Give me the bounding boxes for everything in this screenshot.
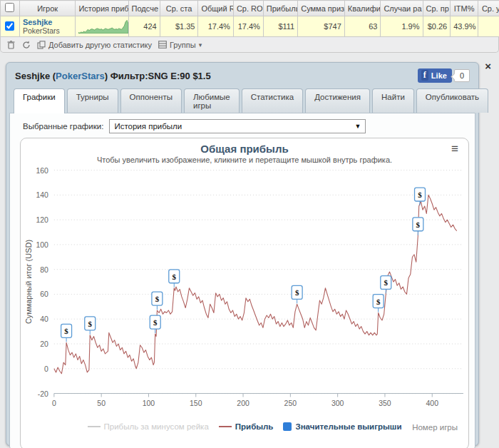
cell-total-winnings: $747 <box>298 16 345 37</box>
svg-text:0: 0 <box>44 365 48 373</box>
col-header-profit-history[interactable]: История приб <box>76 1 128 16</box>
tab-achievements[interactable]: Достижения <box>305 88 370 113</box>
player-stats-table: Игрок История приб Подсче Ср. ста Общий … <box>0 0 499 37</box>
col-header-player[interactable]: Игрок <box>19 1 76 16</box>
legend-item-profit-minus-rake[interactable]: Прибыль за минусом рейка <box>88 422 209 431</box>
svg-text:0: 0 <box>52 399 56 407</box>
tab-statistics[interactable]: Статистика <box>242 88 303 113</box>
tab-publish[interactable]: Опубликовать <box>416 88 488 113</box>
tab-tournaments[interactable]: Турниры <box>67 88 118 113</box>
svg-text:$: $ <box>155 295 160 303</box>
svg-text:60: 60 <box>40 290 48 298</box>
cell-total-roi: 17.4% <box>198 16 233 37</box>
player-panel: × Seshjke (PokerStars) Фильтр:SNG E:90 $… <box>6 62 479 446</box>
x-axis-title: Номер игры <box>412 423 458 432</box>
select-all-checkbox[interactable] <box>5 3 14 12</box>
svg-text:$: $ <box>88 320 93 328</box>
svg-text:$: $ <box>418 190 422 199</box>
svg-text:40: 40 <box>40 315 48 323</box>
tab-find[interactable]: Найти <box>372 88 414 113</box>
groups-button[interactable]: Группы ▾ <box>158 40 202 49</box>
tab-opponents[interactable]: Оппоненты <box>120 88 182 113</box>
add-statistic-label: Добавить другую статистику <box>48 41 152 49</box>
svg-text:$: $ <box>376 297 381 306</box>
cell-profit: $111 <box>263 16 297 37</box>
player-cell: Seshjke PokerStars <box>19 16 76 37</box>
cell-qualified: 63 <box>344 16 381 37</box>
svg-text:350: 350 <box>379 399 391 407</box>
col-header-select <box>1 1 20 16</box>
player-site-label: PokerStars <box>23 26 73 35</box>
svg-text:100: 100 <box>36 241 48 249</box>
svg-text:$: $ <box>64 327 68 335</box>
like-count-badge: 0 <box>454 69 470 82</box>
cell-count: 424 <box>128 16 160 37</box>
tab-bar: Графики Турниры Оппоненты Любимые игры С… <box>6 86 478 113</box>
svg-text:120: 120 <box>36 216 48 224</box>
col-header-count[interactable]: Подсче <box>128 1 160 16</box>
svg-text:160: 160 <box>36 167 48 175</box>
col-header-cases[interactable]: Случаи ра <box>381 1 423 16</box>
col-header-avg-stake[interactable]: Ср. ста <box>160 1 198 16</box>
tab-favorite-games[interactable]: Любимые игры <box>184 88 240 113</box>
col-header-total-roi[interactable]: Общий R <box>198 1 233 16</box>
svg-text:150: 150 <box>190 399 202 407</box>
facebook-like-button[interactable]: f Like <box>418 68 452 83</box>
svg-text:Суммарный итог (USD): Суммарный итог (USD) <box>24 240 33 324</box>
profit-line-chart[interactable]: -200204060801001201401600501001502002503… <box>23 166 466 421</box>
chart-title: Общая прибыль <box>23 143 466 155</box>
col-header-total-winnings[interactable]: Сумма приз <box>298 1 345 16</box>
svg-text:20: 20 <box>40 340 48 348</box>
add-statistic-icon <box>36 40 46 49</box>
svg-text:50: 50 <box>97 399 106 407</box>
facebook-icon: f <box>421 70 428 81</box>
cell-avg-stake: $1.35 <box>160 16 198 37</box>
groups-label: Группы <box>170 41 196 49</box>
svg-text:140: 140 <box>36 191 48 199</box>
col-header-itm[interactable]: ITM% <box>451 1 478 16</box>
close-icon[interactable]: × <box>485 60 491 72</box>
groups-icon <box>158 40 167 49</box>
like-label: Like <box>431 71 447 80</box>
chart-subtitle: Чтобы увеличить изображение, кликните и … <box>23 156 466 164</box>
col-header-qualified[interactable]: Квалифи <box>344 1 381 16</box>
player-name-link[interactable]: Seshjke <box>23 18 73 26</box>
tab-content: Выбранные графики: История прибыли ▼ Общ… <box>9 113 475 448</box>
chart-select-label: Выбранные графики: <box>23 122 103 131</box>
svg-text:-20: -20 <box>38 390 48 398</box>
col-header-profit[interactable]: Прибыль <box>263 1 297 16</box>
col-header-avg-roi[interactable]: Ср. ROI <box>233 1 263 16</box>
col-header-avg-profit[interactable]: Ср. пр <box>423 1 451 16</box>
svg-text:$: $ <box>295 288 299 297</box>
add-statistic-button[interactable]: Добавить другую статистику <box>36 40 152 49</box>
svg-text:$: $ <box>173 273 177 281</box>
panel-header: Seshjke (PokerStars) Фильтр:SNG E:90 $1.… <box>6 63 478 86</box>
panel-title: Seshjke (PokerStars) Фильтр:SNG E:90 $1.… <box>15 71 211 81</box>
profit-chart-card[interactable]: Общая прибыль Чтобы увеличить изображени… <box>20 138 469 448</box>
tab-charts[interactable]: Графики <box>14 88 65 113</box>
chevron-down-icon: ▼ <box>354 123 361 130</box>
refresh-icon[interactable] <box>21 40 31 49</box>
profit-sparkline-chart <box>78 19 128 34</box>
legend-item-profit[interactable]: Прибыль <box>219 422 274 431</box>
legend-item-significant-wins[interactable]: Значительные выигрыши <box>283 422 401 431</box>
svg-text:200: 200 <box>237 399 250 407</box>
row-checkbox[interactable] <box>5 21 14 31</box>
svg-text:$: $ <box>153 318 158 327</box>
col-header-avg-entrants[interactable]: Ср. уча <box>478 1 499 16</box>
legend-line-red <box>219 426 232 427</box>
svg-text:250: 250 <box>284 399 297 407</box>
delete-icon[interactable] <box>6 40 16 49</box>
cell-cases: 1.9% <box>381 16 423 37</box>
chart-select-dropdown[interactable]: История прибыли ▼ <box>109 119 366 133</box>
chart-menu-icon[interactable]: ≡ <box>451 144 458 154</box>
table-header-row: Игрок История приб Подсче Ср. ста Общий … <box>1 1 499 16</box>
svg-text:$: $ <box>384 278 389 287</box>
svg-text:400: 400 <box>426 399 439 407</box>
table-toolbar: Добавить другую статистику Группы ▾ <box>0 37 499 53</box>
cell-avg-profit: $0.26 <box>423 16 451 37</box>
chart-legend: Прибыль за минусом рейка Прибыль Значите… <box>23 422 466 431</box>
site-link[interactable]: PokerStars <box>56 71 105 81</box>
cell-itm: 43.9% <box>451 16 478 37</box>
legend-square-blue <box>283 422 292 431</box>
